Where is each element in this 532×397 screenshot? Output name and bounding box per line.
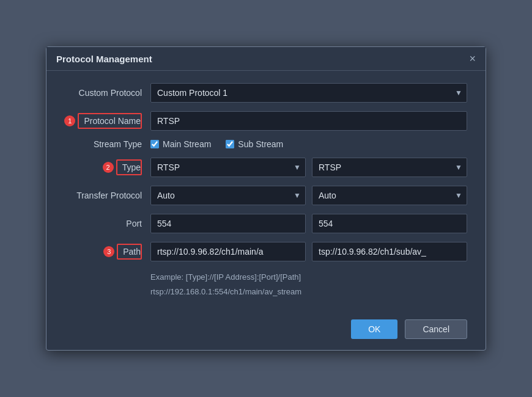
example-label: Example: [Type]://[IP Address]:[Port]/[P… — [150, 270, 467, 284]
dialog-title: Protocol Management — [56, 54, 152, 64]
main-stream-checkbox[interactable] — [150, 140, 159, 148]
dialog-titlebar: Protocol Management × — [46, 47, 486, 71]
protocol-name-label-container: 1 Protocol Name — [65, 113, 150, 129]
port-main-col — [150, 214, 306, 233]
protocol-management-dialog: Protocol Management × Custom Protocol Cu… — [46, 46, 486, 351]
type-label: Type — [116, 159, 142, 175]
path-main-input[interactable] — [150, 242, 306, 261]
custom-protocol-label: Custom Protocol — [65, 88, 150, 98]
ok-button[interactable]: OK — [351, 319, 397, 339]
custom-protocol-select[interactable]: Custom Protocol 1 Custom Protocol 2 Cust… — [150, 83, 467, 103]
path-label: Path — [117, 244, 142, 260]
protocol-name-label: Protocol Name — [78, 113, 142, 129]
sub-stream-checkbox-label[interactable]: Sub Stream — [226, 139, 283, 149]
port-label: Port — [65, 219, 150, 228]
main-stream-checkbox-label[interactable]: Main Stream — [150, 139, 211, 149]
port-sub-col — [312, 214, 467, 233]
path-content — [150, 242, 467, 261]
dialog-body: Custom Protocol Custom Protocol 1 Custom… — [46, 71, 486, 311]
example-section: Example: [Type]://[IP Address]:[Port]/[P… — [150, 270, 467, 299]
type-main-select[interactable]: RTSP HTTP HTTPS — [150, 158, 306, 177]
port-row: Port — [65, 214, 467, 233]
transfer-protocol-label: Transfer Protocol — [65, 191, 150, 200]
cancel-button[interactable]: Cancel — [405, 319, 467, 339]
stream-type-content: Main Stream Sub Stream — [150, 139, 467, 149]
badge-2: 2 — [103, 162, 114, 173]
main-stream-label: Main Stream — [163, 139, 211, 149]
path-main-col — [150, 242, 306, 261]
type-row: 2 Type RTSP HTTP HTTPS ▼ RTSP HTTP H — [65, 158, 467, 177]
custom-protocol-row: Custom Protocol Custom Protocol 1 Custom… — [65, 83, 467, 103]
port-content — [150, 214, 467, 233]
type-sub-wrapper: RTSP HTTP HTTPS ▼ — [312, 158, 467, 177]
path-sub-col — [312, 242, 467, 261]
protocol-name-input[interactable] — [150, 111, 467, 131]
path-sub-input[interactable] — [312, 242, 467, 261]
port-main-input[interactable] — [150, 214, 306, 233]
transfer-sub-select[interactable]: Auto TCP UDP — [312, 186, 467, 205]
port-sub-input[interactable] — [312, 214, 467, 233]
stream-type-row: Stream Type Main Stream Sub Stream — [65, 139, 467, 149]
transfer-protocol-row: Transfer Protocol Auto TCP UDP ▼ Auto TC… — [65, 186, 467, 205]
dialog-footer: OK Cancel — [46, 311, 486, 350]
path-label-container: 3 Path — [65, 244, 150, 260]
stream-type-checkboxes: Main Stream Sub Stream — [150, 139, 467, 149]
protocol-name-content — [150, 111, 467, 131]
transfer-protocol-content: Auto TCP UDP ▼ Auto TCP UDP ▼ — [150, 186, 467, 205]
transfer-main-select[interactable]: Auto TCP UDP — [150, 186, 306, 205]
transfer-sub-wrapper: Auto TCP UDP ▼ — [312, 186, 467, 205]
protocol-name-row: 1 Protocol Name — [65, 111, 467, 131]
type-label-container: 2 Type — [65, 159, 150, 175]
type-content: RTSP HTTP HTTPS ▼ RTSP HTTP HTTPS ▼ — [150, 158, 467, 177]
example-value: rtsp://192.168.0.1:554/ch1/main/av_strea… — [150, 285, 467, 299]
badge-3: 3 — [103, 246, 114, 257]
custom-protocol-wrapper: Custom Protocol 1 Custom Protocol 2 Cust… — [150, 83, 467, 103]
sub-stream-checkbox[interactable] — [226, 140, 234, 148]
path-row: 3 Path — [65, 242, 467, 261]
sub-stream-label: Sub Stream — [238, 139, 283, 149]
type-main-wrapper: RTSP HTTP HTTPS ▼ — [150, 158, 306, 177]
custom-protocol-content: Custom Protocol 1 Custom Protocol 2 Cust… — [150, 83, 467, 103]
badge-1: 1 — [64, 115, 75, 126]
close-button[interactable]: × — [469, 53, 476, 64]
transfer-main-wrapper: Auto TCP UDP ▼ — [150, 186, 306, 205]
stream-type-label: Stream Type — [65, 139, 150, 149]
type-sub-select[interactable]: RTSP HTTP HTTPS — [312, 158, 467, 177]
